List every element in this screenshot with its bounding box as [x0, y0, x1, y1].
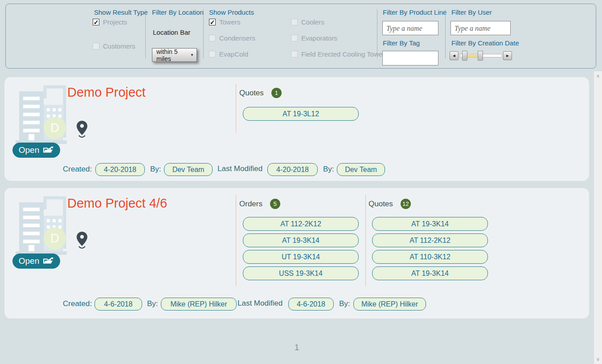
checkbox-unchecked-icon[interactable] [291, 19, 298, 25]
open-button-label: Open [19, 256, 39, 266]
checkbox-projects-label: Projects [103, 18, 127, 26]
checkbox-coolers-label: Coolers [301, 18, 324, 26]
checkbox-condensers-label: Condensers [219, 34, 255, 42]
open-button-label: Open [19, 145, 39, 155]
section-divider [236, 195, 236, 286]
section-divider [236, 84, 236, 133]
filter-divider [203, 9, 204, 58]
modified-date-chip: 4-20-2018 [267, 163, 318, 176]
creation-date-slider[interactable]: ◄ ► [450, 50, 512, 61]
scroll-down-icon[interactable]: ∨ [596, 356, 600, 362]
product-line-title: Filter By Product Line [383, 8, 446, 16]
checkbox-customers-label: Customers [103, 42, 135, 50]
filter-divider [377, 9, 377, 58]
quote-item-button[interactable]: AT 112-2K12 [372, 233, 488, 247]
created-by-chip: Dev Team [164, 163, 213, 176]
quotes-section-header: Quotes 1 [239, 88, 282, 98]
products-title: Show Products [209, 8, 254, 16]
avatar-letter: D [50, 232, 59, 245]
quote-item-button[interactable]: AT 19-3K14 [372, 217, 488, 231]
quote-item-button[interactable]: AT 19-3L12 [243, 107, 359, 121]
order-item-button[interactable]: AT 112-2K12 [243, 217, 359, 231]
order-item-button[interactable]: USS 19-3K14 [243, 266, 359, 280]
section-divider [365, 195, 366, 286]
filter-divider [445, 9, 446, 58]
slider-left-arrow-icon[interactable]: ◄ [450, 51, 459, 60]
order-item-button[interactable]: UT 19-3K14 [243, 250, 359, 264]
user-input[interactable] [450, 21, 511, 35]
slider-right-arrow-icon[interactable]: ► [503, 51, 512, 60]
count-badge: 1 [271, 88, 282, 98]
buildings-icon [16, 83, 67, 148]
orders-section-header: Orders 5 [239, 199, 280, 209]
pagination-page-1[interactable]: 1 [285, 343, 308, 352]
filter-panel: Show Result Type ✓ Projects Customers Fi… [5, 4, 596, 69]
checkbox-unchecked-icon[interactable] [291, 35, 298, 41]
project-card: D Demo Project 4/6 Open Orders 5 AT 112-… [4, 188, 589, 319]
checkbox-unchecked-icon[interactable] [93, 43, 99, 49]
orders-label: Orders [239, 200, 262, 209]
tag-input[interactable] [382, 51, 438, 65]
checkbox-towers[interactable]: ✓ Towers [209, 18, 241, 26]
checkbox-evapcold[interactable]: EvapCold [209, 50, 248, 58]
project-card: D Demo Project Open Quotes 1 AT 19-3L12 … [4, 77, 589, 181]
checkbox-evaporators-label: Evaporators [301, 34, 337, 42]
open-folder-icon [43, 257, 54, 265]
checkbox-customers[interactable]: Customers [93, 42, 135, 50]
by-label: By: [150, 165, 161, 174]
created-by-chip: Mike (REP) Hilker [161, 298, 237, 311]
result-type-title: Show Result Type [94, 8, 148, 16]
open-button[interactable]: Open [12, 254, 60, 269]
checkbox-evapcold-label: EvapCold [219, 50, 248, 58]
created-date-chip: 4-6-2018 [94, 298, 142, 311]
location-bar-label: Location Bar [153, 29, 190, 36]
checkbox-unchecked-icon[interactable] [291, 51, 298, 57]
user-title: Filter By User [451, 8, 492, 16]
quotes-section-header: Quotes 12 [369, 199, 411, 209]
modified-by-chip: Dev Team [337, 163, 385, 176]
buildings-icon [16, 194, 67, 259]
created-date-chip: 4-20-2018 [95, 163, 145, 176]
slider-selected-range [467, 55, 478, 57]
checkbox-checked-icon[interactable]: ✓ [209, 19, 216, 25]
checkbox-condensers[interactable]: Condensers [209, 34, 255, 42]
by-label: By: [323, 165, 334, 174]
checkbox-field-erected-label: Field Erected Cooling Towers [301, 50, 388, 58]
scroll-up-icon[interactable]: ∧ [596, 73, 600, 79]
checkbox-coolers[interactable]: Coolers [291, 18, 324, 26]
quote-item-button[interactable]: AT 19-3K14 [372, 266, 488, 280]
checkbox-unchecked-icon[interactable] [209, 51, 216, 57]
quotes-label: Quotes [239, 89, 264, 98]
location-range-dropdown[interactable]: within 5 miles ▼ [152, 48, 197, 62]
checkbox-unchecked-icon[interactable] [209, 35, 216, 41]
quotes-label: Quotes [369, 200, 393, 209]
modified-by-chip: Mike (REP) Hilker [353, 298, 426, 311]
avatar: D [44, 117, 66, 139]
filter-divider [145, 9, 146, 58]
last-modified-label: Last Modified [217, 164, 262, 173]
location-title: Filter By Location [152, 8, 204, 16]
product-line-input[interactable] [382, 21, 438, 35]
map-pin-icon[interactable] [77, 232, 87, 249]
slider-thumb-start[interactable] [462, 51, 467, 61]
open-folder-icon [43, 146, 54, 154]
open-button[interactable]: Open [12, 143, 60, 158]
checkbox-checked-icon[interactable]: ✓ [93, 19, 99, 25]
chevron-down-icon: ▼ [190, 53, 194, 57]
quote-item-button[interactable]: AT 110-3K12 [372, 250, 488, 264]
count-badge: 12 [401, 199, 411, 209]
created-label: Created: [63, 299, 92, 308]
map-pin-icon[interactable] [77, 121, 87, 139]
avatar: D [44, 227, 66, 249]
slider-thumb-end[interactable] [478, 51, 483, 61]
checkbox-evaporators[interactable]: Evaporators [291, 34, 337, 42]
checkbox-towers-label: Towers [219, 18, 241, 26]
creation-date-title: Filter By Creation Date [451, 39, 519, 47]
scrollbar[interactable]: ∧ ∨ [594, 71, 602, 364]
by-label: By: [339, 299, 350, 308]
project-title: Demo Project 4/6 [67, 196, 167, 211]
checkbox-field-erected[interactable]: Field Erected Cooling Towers [291, 50, 388, 58]
checkbox-projects[interactable]: ✓ Projects [93, 18, 127, 26]
modified-date-chip: 4-6-2018 [288, 298, 334, 311]
order-item-button[interactable]: AT 19-3K14 [243, 233, 359, 247]
